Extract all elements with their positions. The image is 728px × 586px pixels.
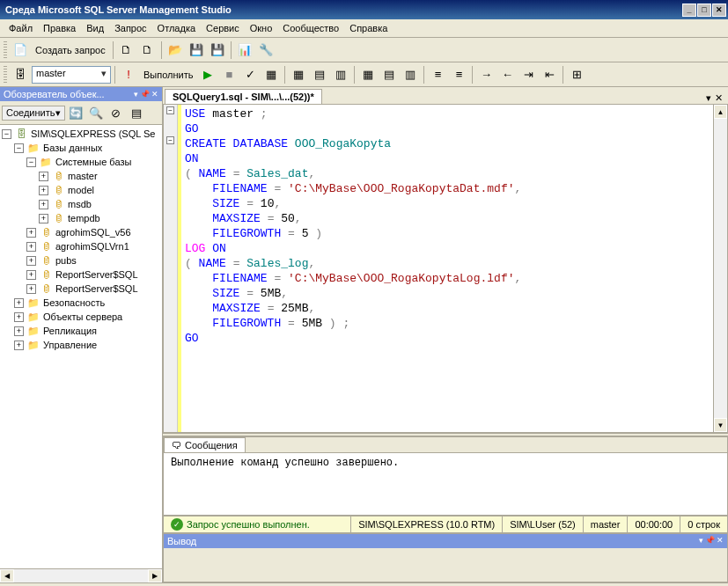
fold-icon[interactable]: − <box>166 106 174 114</box>
execute-button[interactable]: Выполнить <box>140 70 196 80</box>
output-body <box>164 548 727 582</box>
grid-icon[interactable]: ▦ <box>289 65 308 84</box>
tree-server-objects[interactable]: +📁Объекты сервера <box>2 310 160 324</box>
indent-icon[interactable]: → <box>476 65 496 84</box>
pin-icon[interactable]: 📌 <box>140 90 150 99</box>
maximize-button[interactable]: □ <box>697 4 711 17</box>
object-tree: −🗄SIM\SQLEXPRESS (SQL Se −📁Базы данных −… <box>0 125 162 568</box>
outdent-icon[interactable]: ← <box>497 65 517 84</box>
new-query-icon[interactable]: 📄 <box>11 40 30 60</box>
tree-db-rs1[interactable]: +🛢ReportServer$SQL <box>2 267 160 282</box>
scroll-down-icon[interactable]: ▼ <box>714 418 727 432</box>
execute-icon[interactable]: ! <box>119 65 138 84</box>
messages-panel: 🗨 Сообщения Выполнение команд успешно за… <box>163 436 728 516</box>
activity-icon[interactable]: 📊 <box>235 40 254 60</box>
editor-tab[interactable]: SQLQuery1.sql - SIM\...\...(52))* <box>165 89 322 104</box>
tree-databases[interactable]: −📁Базы данных <box>2 141 160 155</box>
tree-db-pubs[interactable]: +🛢pubs <box>2 253 160 267</box>
menu-view[interactable]: Вид <box>81 21 109 35</box>
options3-icon[interactable]: ▥ <box>401 65 420 84</box>
options-icon[interactable]: ▦ <box>358 65 378 84</box>
save-all-icon[interactable]: 💾 <box>208 40 227 60</box>
refresh-icon[interactable]: 🔄 <box>66 103 85 122</box>
indent2-icon[interactable]: ⇥ <box>518 65 538 84</box>
tree-db-agrohim1[interactable]: +🛢agrohimSQL_v56 <box>2 225 160 239</box>
scroll-left-icon[interactable]: ◀ <box>0 569 14 582</box>
explorer-title: Обозреватель объек... ▾ 📌 ✕ <box>0 87 162 101</box>
close-panel-icon[interactable]: ✕ <box>151 90 158 99</box>
dropdown-icon[interactable]: ▾ <box>706 92 711 104</box>
tree-db-master[interactable]: +🛢master <box>2 169 160 183</box>
tools-icon[interactable]: 🔧 <box>256 40 276 60</box>
menu-help[interactable]: Справка <box>344 21 393 35</box>
close-button[interactable]: ✕ <box>712 4 726 17</box>
tree-db-model[interactable]: +🛢model <box>2 183 160 197</box>
outdent2-icon[interactable]: ⇤ <box>540 65 559 84</box>
scroll-right-icon[interactable]: ▶ <box>148 569 162 582</box>
explorer-scrollbar[interactable]: ◀ ▶ <box>0 568 162 582</box>
tree-server[interactable]: −🗄SIM\SQLEXPRESS (SQL Se <box>2 127 160 141</box>
tree-db-tempdb[interactable]: +🛢tempdb <box>2 211 160 225</box>
tree-db-agrohim2[interactable]: +🛢agrohimSQLVrn1 <box>2 239 160 253</box>
connect-button[interactable]: Соединить ▾ <box>2 106 65 121</box>
editor-scrollbar[interactable]: ▲ ▼ <box>713 105 727 432</box>
options2-icon[interactable]: ▤ <box>379 65 399 84</box>
tree-replication[interactable]: +📁Репликация <box>2 324 160 338</box>
tree-security[interactable]: +📁Безопасность <box>2 296 160 310</box>
database-select[interactable]: master <box>32 66 111 84</box>
tab-controls: ▾ ✕ <box>701 92 728 104</box>
play-icon[interactable]: ▶ <box>198 65 217 84</box>
new-project-icon[interactable]: 🗋 <box>138 40 158 60</box>
grip-icon <box>4 41 7 59</box>
status-time: 00:00:00 <box>628 516 680 532</box>
menu-file[interactable]: Файл <box>4 21 38 35</box>
stop-icon[interactable]: ■ <box>219 65 239 84</box>
query-status: ✓ Запрос успешно выполнен. SIM\SQLEXPRES… <box>163 516 728 533</box>
fold-icon[interactable]: − <box>166 136 174 144</box>
messages-tab[interactable]: 🗨 Сообщения <box>164 437 246 452</box>
db-icon[interactable]: 🗄 <box>11 65 30 84</box>
separator <box>423 66 424 84</box>
close-panel-icon[interactable]: ✕ <box>717 536 724 546</box>
stop-sync-icon[interactable]: ⊘ <box>107 103 126 122</box>
pin-icon[interactable]: 📌 <box>705 536 715 546</box>
specify-icon[interactable]: ⊞ <box>567 65 586 84</box>
plan-icon[interactable]: ▦ <box>261 65 281 84</box>
open-icon[interactable]: 📂 <box>165 40 185 60</box>
object-explorer: Обозреватель объек... ▾ 📌 ✕ Соединить ▾ … <box>0 87 163 582</box>
new-query-button[interactable]: Создать запрос <box>32 45 109 55</box>
tree-management[interactable]: +📁Управление <box>2 338 160 352</box>
menu-service[interactable]: Сервис <box>201 21 245 35</box>
dropdown-icon[interactable]: ▾ <box>699 536 703 546</box>
output-title: Вывод <box>167 536 196 546</box>
messages-body: Выполнение команд успешно завершено. <box>164 453 727 515</box>
save-icon[interactable]: 💾 <box>187 40 206 60</box>
menu-community[interactable]: Сообщество <box>277 21 344 35</box>
tree-system-dbs[interactable]: −📁Системные базы <box>2 155 160 169</box>
menu-query[interactable]: Запрос <box>109 21 151 35</box>
comment-icon[interactable]: ≡ <box>428 65 447 84</box>
text-icon[interactable]: ▤ <box>310 65 329 84</box>
separator <box>114 66 115 84</box>
tree-db-msdb[interactable]: +🛢msdb <box>2 197 160 211</box>
close-tab-icon[interactable]: ✕ <box>715 92 723 104</box>
menu-edit[interactable]: Правка <box>38 21 81 35</box>
uncomment-icon[interactable]: ≡ <box>449 65 468 84</box>
scroll-up-icon[interactable]: ▲ <box>714 105 727 119</box>
code-editor[interactable]: − − USE master ; GO CREATE DATABASE OOO_… <box>163 104 728 433</box>
file-result-icon[interactable]: ▥ <box>331 65 350 84</box>
window-controls: _ □ ✕ <box>682 4 726 17</box>
parse-icon[interactable]: ✓ <box>240 65 260 84</box>
minimize-button[interactable]: _ <box>682 4 696 17</box>
new-file-icon[interactable]: 🗋 <box>117 40 136 60</box>
dropdown-icon[interactable]: ▾ <box>134 90 138 99</box>
props-icon[interactable]: ▤ <box>127 103 146 122</box>
status-rows: 0 строк <box>680 516 727 532</box>
tree-db-rs2[interactable]: +🛢ReportServer$SQL <box>2 282 160 296</box>
filter-icon[interactable]: 🔍 <box>86 103 106 122</box>
separator <box>284 66 285 84</box>
code-content[interactable]: USE master ; GO CREATE DATABASE OOO_Roga… <box>181 105 713 432</box>
editor-tabs: SQLQuery1.sql - SIM\...\...(52))* ▾ ✕ <box>163 87 728 104</box>
menu-debug[interactable]: Отладка <box>152 21 201 35</box>
menu-window[interactable]: Окно <box>245 21 278 35</box>
